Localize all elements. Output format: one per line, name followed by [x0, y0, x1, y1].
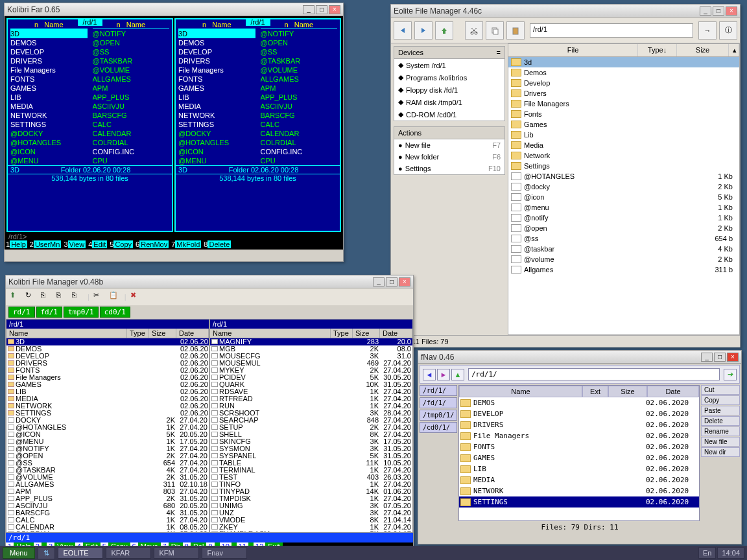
file-row[interactable]: @NOTIFY1K27.04.20: [6, 445, 209, 452]
file-row[interactable]: QUARK10K31.05.20: [210, 381, 412, 388]
far-item[interactable]: BARSCFG: [93, 111, 170, 120]
action-item[interactable]: ●New fileF7: [394, 139, 504, 151]
far-item[interactable]: LIB: [10, 93, 88, 102]
far-item[interactable]: @DOCKY: [10, 129, 88, 138]
file-row[interactable]: ZKEY1K27.04.20: [210, 524, 412, 531]
far-item[interactable]: NETWORK: [178, 111, 255, 120]
action-paste[interactable]: Paste: [701, 406, 740, 415]
task-button[interactable]: KFM: [154, 547, 199, 559]
file-row[interactable]: Drivers: [508, 88, 739, 99]
eolite-titlebar[interactable]: Eolite File Manager 4.46c _ □ ×: [391, 5, 740, 18]
up-button[interactable]: [435, 21, 453, 40]
fkey-mkfold[interactable]: 7MkFold: [171, 240, 204, 248]
action-item[interactable]: ●SettingsF10: [394, 163, 504, 174]
file-row[interactable]: Develop: [508, 78, 739, 88]
fnav-titlebar[interactable]: fNav 0.46 _ □ ×: [418, 351, 741, 364]
file-row[interactable]: DEVELOP02.06.20: [6, 353, 209, 360]
file-row[interactable]: SYSPANEL5K31.05.20: [210, 452, 412, 460]
far-item[interactable]: CALC: [261, 120, 338, 129]
file-row[interactable]: @docky2 Kb: [508, 181, 739, 192]
col-header[interactable]: Name: [459, 386, 582, 397]
close-button[interactable]: ×: [399, 277, 410, 286]
far-item[interactable]: GAMES: [178, 84, 255, 93]
col-header[interactable]: Name: [6, 329, 127, 338]
minimize-button[interactable]: _: [373, 277, 385, 286]
file-row[interactable]: COLRDIAL1K27.04.20: [6, 531, 209, 533]
device-floppy[interactable]: ◆Floppy disk /fd/1: [394, 84, 504, 96]
file-row[interactable]: @menu1 Kb: [508, 202, 739, 213]
col-header[interactable]: Size: [149, 329, 176, 338]
file-row[interactable]: SETTINGS02.06.2020: [459, 496, 699, 508]
fkey-copy[interactable]: 5Copy: [110, 240, 136, 248]
paste-button[interactable]: [506, 21, 525, 40]
col-header[interactable]: Date: [176, 329, 209, 338]
file-row[interactable]: BARSCFG4K31.05.20: [6, 509, 209, 517]
file-row[interactable]: TABLE11K10.05.20: [210, 460, 412, 467]
file-row[interactable]: MAGNIFY28320.0: [210, 338, 412, 345]
file-row[interactable]: MEDIA02.06.2020: [459, 474, 699, 485]
col-header[interactable]: Name: [210, 329, 331, 338]
far-titlebar[interactable]: Kolibri Far 0.65 _ □ ×: [5, 3, 343, 16]
far-item[interactable]: @VOLUME: [261, 65, 338, 75]
far-item[interactable]: @HOTANGLES: [178, 138, 255, 147]
file-row[interactable]: TMPDISK1K27.04.20: [210, 495, 412, 502]
task-button[interactable]: Fnav: [202, 547, 247, 559]
file-row[interactable]: MYKEY2K27.04.20: [210, 367, 412, 374]
device-prog[interactable]: ◆Programs /kolibrios: [394, 71, 504, 84]
file-row[interactable]: SETUP2K27.04.20: [210, 424, 412, 431]
far-item[interactable]: @SS: [261, 47, 338, 56]
drive-item[interactable]: /rd/1/: [420, 385, 457, 396]
file-row[interactable]: @HOTANGLES1K27.04.20: [6, 424, 209, 431]
maximize-button[interactable]: □: [386, 277, 397, 286]
file-row[interactable]: UNZ3K27.04.20: [210, 509, 412, 517]
far-item[interactable]: @ICON: [178, 147, 255, 156]
far-item[interactable]: @OPEN: [93, 38, 170, 47]
far-item[interactable]: FONTS: [178, 75, 255, 84]
menu-button[interactable]: Menu: [3, 547, 35, 559]
file-row[interactable]: GAMES02.06.2020: [459, 452, 699, 463]
delete-icon[interactable]: ✖: [130, 291, 142, 303]
far-item[interactable]: @HOTANGLES: [10, 138, 88, 147]
file-row[interactable]: Games: [508, 119, 739, 130]
fkey-renmov[interactable]: 6RenMov: [136, 240, 171, 248]
go-button[interactable]: →: [698, 21, 717, 40]
file-row[interactable]: @OPEN2K27.04.20: [6, 452, 209, 460]
fkey-usermn[interactable]: 2UserMn: [30, 240, 64, 248]
file-row[interactable]: SHELL8K27.04.20: [210, 431, 412, 438]
file-row[interactable]: ASCIIVJU68020.05.20: [6, 502, 209, 509]
file-row[interactable]: APP_PLUS2K31.05.20: [6, 495, 209, 502]
action-cut[interactable]: Cut: [701, 385, 740, 395]
paste-icon[interactable]: 📋: [109, 291, 121, 303]
file-row[interactable]: UNIMG3K07.05.20: [210, 502, 412, 509]
file-row[interactable]: Fonts: [508, 109, 739, 119]
far-item[interactable]: CALENDAR: [261, 129, 338, 138]
file-row[interactable]: @icon5 Kb: [508, 192, 739, 202]
file-row[interactable]: @SS65427.04.20: [6, 460, 209, 467]
close-button[interactable]: ×: [726, 6, 737, 16]
back-button[interactable]: ◄: [423, 369, 436, 380]
far-prompt[interactable]: /rd/1>: [6, 233, 342, 240]
far-item[interactable]: File Managers: [178, 65, 255, 75]
drive-item[interactable]: /tmp0/1/: [420, 410, 457, 421]
file-row[interactable]: Settings: [508, 161, 739, 171]
col-header[interactable]: Date: [647, 386, 699, 397]
close-button[interactable]: ×: [329, 5, 340, 14]
clock[interactable]: 14:04: [717, 547, 744, 559]
file-row[interactable]: @MENU1K17.05.20: [6, 438, 209, 445]
file-row[interactable]: RUN1K27.04.20: [210, 402, 412, 410]
action-item[interactable]: ●New folderF6: [394, 151, 504, 163]
file-list[interactable]: File Type↓ Size ▴ 3dDemosDevelopDriversF…: [508, 43, 740, 335]
action-copy[interactable]: Copy: [701, 395, 740, 405]
file-row[interactable]: DEVELOP02.06.2020: [459, 408, 699, 419]
far-item[interactable]: COLRDIAL: [93, 138, 170, 147]
file-row[interactable]: MEDIA02.06.20: [6, 395, 209, 402]
file-row[interactable]: @taskbar4 Kb: [508, 244, 739, 254]
file-row[interactable]: File Managers: [508, 99, 739, 109]
file-row[interactable]: @volume2 Kb: [508, 254, 739, 264]
col-header[interactable]: Date: [380, 329, 412, 338]
file-row[interactable]: @notify1 Kb: [508, 213, 739, 223]
file-row[interactable]: CALENDAR1K08.05.20: [6, 524, 209, 531]
far-item[interactable]: LIB: [178, 93, 255, 102]
maximize-button[interactable]: □: [713, 6, 724, 16]
far-item[interactable]: @OPEN: [261, 38, 338, 47]
